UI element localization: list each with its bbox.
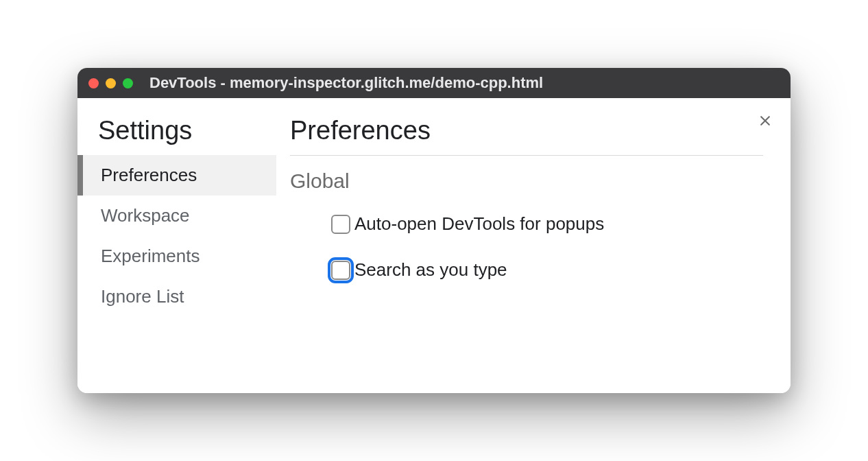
devtools-window: DevTools - memory-inspector.glitch.me/de… xyxy=(77,68,791,393)
checkbox-auto-open-devtools[interactable] xyxy=(331,215,350,234)
settings-sidebar: Settings Preferences Workspace Experimen… xyxy=(77,98,276,393)
option-label[interactable]: Search as you type xyxy=(354,259,507,281)
option-label[interactable]: Auto-open DevTools for popups xyxy=(354,213,604,235)
settings-main: Preferences Global Auto-open DevTools fo… xyxy=(276,98,791,393)
sidebar-title: Settings xyxy=(77,116,276,155)
sidebar-item-label: Workspace xyxy=(101,205,190,226)
close-icon xyxy=(758,114,772,128)
sidebar-item-workspace[interactable]: Workspace xyxy=(77,196,276,236)
sidebar-item-label: Ignore List xyxy=(101,286,184,307)
page-title: Preferences xyxy=(290,116,763,145)
maximize-window-button[interactable] xyxy=(123,78,133,88)
option-auto-open-devtools: Auto-open DevTools for popups xyxy=(290,209,763,239)
section-title-global: Global xyxy=(290,169,763,193)
sidebar-item-experiments[interactable]: Experiments xyxy=(77,236,276,276)
minimize-window-button[interactable] xyxy=(106,78,116,88)
sidebar-items: Preferences Workspace Experiments Ignore… xyxy=(77,155,276,317)
window-body: Settings Preferences Workspace Experimen… xyxy=(77,98,791,393)
window-title: DevTools - memory-inspector.glitch.me/de… xyxy=(149,74,543,92)
checkbox-search-as-you-type[interactable] xyxy=(331,261,350,280)
divider xyxy=(290,155,763,156)
traffic-lights xyxy=(88,78,133,88)
option-search-as-you-type: Search as you type xyxy=(290,255,763,285)
sidebar-item-label: Experiments xyxy=(101,246,200,266)
close-window-button[interactable] xyxy=(88,78,99,88)
sidebar-item-label: Preferences xyxy=(101,165,197,185)
sidebar-item-ignore-list[interactable]: Ignore List xyxy=(77,276,276,317)
close-settings-button[interactable] xyxy=(755,110,775,131)
sidebar-item-preferences[interactable]: Preferences xyxy=(77,155,276,196)
titlebar: DevTools - memory-inspector.glitch.me/de… xyxy=(77,68,791,98)
